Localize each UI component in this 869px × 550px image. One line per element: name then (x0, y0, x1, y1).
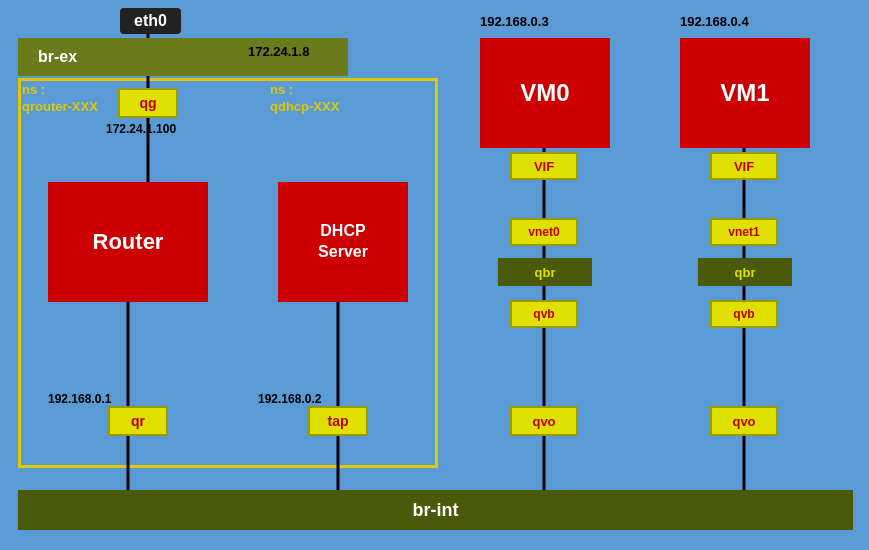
vm0-label: VM0 (520, 79, 569, 107)
ns-right-label: ns :qdhcp-XXX (270, 82, 339, 116)
eth0-label: eth0 (120, 8, 181, 34)
qg-ip: 172.24.1.100 (106, 122, 176, 136)
tap-ip: 192.168.0.2 (258, 392, 321, 406)
qvb1-box: qvb (710, 300, 778, 328)
router-box: Router (48, 182, 208, 302)
ns-left-label: ns :qrouter-XXX (22, 82, 98, 116)
qvo1-box: qvo (710, 406, 778, 436)
vnet1-box: vnet1 (710, 218, 778, 246)
vm1-ip: 192.168.0.4 (680, 14, 749, 29)
router-label: Router (93, 229, 164, 255)
vm1-label: VM1 (720, 79, 769, 107)
br-ex-label: br-ex (38, 48, 77, 66)
dhcp-label: DHCPServer (318, 221, 368, 263)
vm0-box: VM0 (480, 38, 610, 148)
qvo0-box: qvo (510, 406, 578, 436)
tap-box: tap (308, 406, 368, 436)
qg-box: qg (118, 88, 178, 118)
qr-box: qr (108, 406, 168, 436)
qvb0-box: qvb (510, 300, 578, 328)
vif0-box: VIF (510, 152, 578, 180)
vm1-box: VM1 (680, 38, 810, 148)
qbr1-box: qbr (698, 258, 792, 286)
vnet0-box: vnet0 (510, 218, 578, 246)
br-ex-ip: 172.24.1.8 (248, 44, 309, 59)
qbr0-box: qbr (498, 258, 592, 286)
br-int-label: br-int (413, 500, 459, 521)
br-int-bar: br-int (18, 490, 853, 530)
vif1-box: VIF (710, 152, 778, 180)
dhcp-box: DHCPServer (278, 182, 408, 302)
qr-ip: 192.168.0.1 (48, 392, 111, 406)
vm0-ip: 192.168.0.3 (480, 14, 549, 29)
